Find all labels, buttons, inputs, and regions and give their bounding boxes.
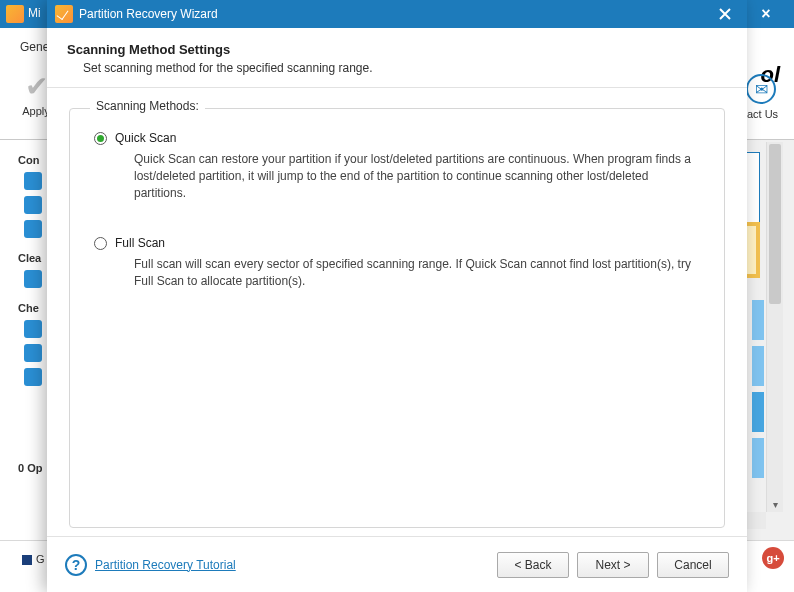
- partition-recovery-wizard: Partition Recovery Wizard Scanning Metho…: [47, 0, 747, 592]
- disk-icon[interactable]: [24, 220, 42, 238]
- app-icon: [6, 5, 24, 23]
- quick-scan-label: Quick Scan: [115, 131, 176, 145]
- cancel-button[interactable]: Cancel: [657, 552, 729, 578]
- mail-icon: ✉: [746, 74, 776, 104]
- wizard-close-button[interactable]: [711, 3, 739, 25]
- option-full-scan: Full Scan Full scan will scan every sect…: [94, 236, 700, 290]
- check-icon[interactable]: [24, 320, 42, 338]
- scanning-methods-group: Scanning Methods: Quick Scan Quick Scan …: [69, 108, 725, 528]
- option-quick-scan: Quick Scan Quick Scan can restore your p…: [94, 131, 700, 202]
- wizard-title: Partition Recovery Wizard: [79, 7, 711, 21]
- wizard-app-icon: [55, 5, 73, 23]
- quick-scan-description: Quick Scan can restore your partition if…: [134, 151, 694, 202]
- list-icon[interactable]: [24, 368, 42, 386]
- close-icon: [719, 8, 731, 20]
- radio-icon: [94, 132, 107, 145]
- wizard-header-title: Scanning Method Settings: [67, 42, 731, 57]
- pending-ops-label: 0 Op: [18, 462, 42, 474]
- radio-icon: [94, 237, 107, 250]
- main-title: Mi: [28, 6, 41, 20]
- tutorial-link[interactable]: Partition Recovery Tutorial: [95, 558, 236, 572]
- wizard-footer: ? Partition Recovery Tutorial < Back Nex…: [47, 536, 747, 592]
- wizard-header: Scanning Method Settings Set scanning me…: [47, 28, 747, 88]
- vertical-scrollbar[interactable]: ▾: [766, 142, 783, 512]
- full-scan-description: Full scan will scan every sector of spec…: [134, 256, 694, 290]
- group-legend: Scanning Methods:: [90, 99, 205, 113]
- globe-icon[interactable]: [24, 270, 42, 288]
- legend-gpt: G: [22, 553, 45, 565]
- scrollbar-thumb[interactable]: [769, 144, 781, 304]
- disk-icon[interactable]: [24, 172, 42, 190]
- next-button[interactable]: Next >: [577, 552, 649, 578]
- main-close-button[interactable]: ×: [754, 2, 778, 26]
- wizard-titlebar[interactable]: Partition Recovery Wizard: [47, 0, 747, 28]
- partition-fragments: [752, 300, 764, 510]
- scrollbar-down-arrow[interactable]: ▾: [767, 496, 783, 512]
- full-scan-label: Full Scan: [115, 236, 165, 250]
- help-icon[interactable]: ?: [65, 554, 87, 576]
- legend-swatch: [22, 555, 32, 565]
- disk-icon[interactable]: [24, 196, 42, 214]
- legend-gpt-label: G: [36, 553, 45, 565]
- wizard-body: Scanning Methods: Quick Scan Quick Scan …: [47, 88, 747, 536]
- check-icon[interactable]: [24, 344, 42, 362]
- radio-quick-scan[interactable]: Quick Scan: [94, 131, 700, 145]
- wizard-header-subtitle: Set scanning method for the specified sc…: [83, 61, 731, 75]
- back-button[interactable]: < Back: [497, 552, 569, 578]
- google-plus-icon[interactable]: g+: [762, 547, 784, 569]
- radio-full-scan[interactable]: Full Scan: [94, 236, 700, 250]
